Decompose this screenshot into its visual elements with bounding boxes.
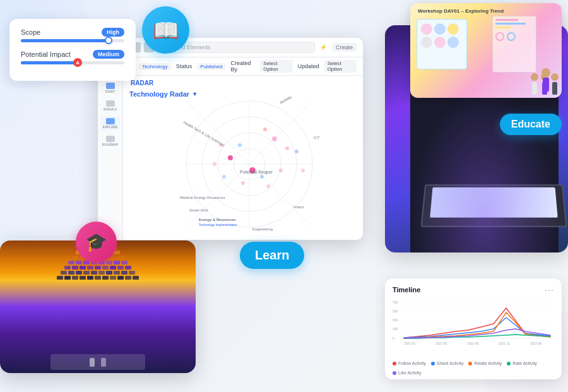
app-window: 🔍 Find Elements ⚡ Create Element Type Te… xyxy=(98,38,363,240)
seat-row-5 xyxy=(4,266,192,270)
grad-cap-bubble: 🎓 xyxy=(76,222,117,263)
seat-row-7 xyxy=(4,276,192,280)
scope-slider-row: Scope High xyxy=(21,28,124,42)
app-body: START SIGNALS EXPLORE ROADMAP RADAR xyxy=(98,76,363,240)
learn-badge: Learn xyxy=(240,242,304,269)
svg-text:100: 100 xyxy=(393,327,398,331)
app-toolbar: 🔍 Find Elements ⚡ Create xyxy=(98,38,363,57)
wb-circle-2 xyxy=(507,32,516,41)
book-icon: 📖 xyxy=(153,18,179,43)
create-button[interactable]: Create xyxy=(332,43,357,52)
svg-line-4 xyxy=(249,101,312,164)
educate-badge: Educate xyxy=(500,114,562,135)
timeline-chart: Timeline ··· 700 500 300 100 0 2021-01 2… xyxy=(385,278,562,379)
workshop-board xyxy=(417,19,467,69)
radar-svg: Mobility ICT Health Tech & Life Sciences… xyxy=(142,88,357,234)
board-circle-2 xyxy=(434,23,446,35)
person-body-main xyxy=(410,88,559,252)
chart-title: Timeline xyxy=(393,286,420,294)
svg-text:Technology Implementation: Technology Implementation xyxy=(199,223,237,227)
svg-text:2021-06: 2021-06 xyxy=(435,342,447,345)
scope-label: Scope xyxy=(21,28,40,36)
start-label: START xyxy=(105,90,115,93)
whiteboard xyxy=(492,16,536,73)
person-head-1 xyxy=(531,73,538,81)
svg-text:0: 0 xyxy=(393,336,394,340)
wb-circles-row xyxy=(495,32,533,41)
svg-point-16 xyxy=(228,155,233,160)
svg-text:Energy & Resources: Energy & Resources xyxy=(199,218,236,222)
workshop-person-3 xyxy=(551,73,559,95)
board-circles xyxy=(417,20,466,52)
legend-rate: Rate Activity xyxy=(507,361,537,365)
wb-line-2 xyxy=(495,23,526,25)
legend-label-relate: Relate Activity xyxy=(474,361,502,365)
created-by-label: Created By xyxy=(230,60,255,73)
wb-line-1 xyxy=(495,19,518,21)
educate-label: Educate xyxy=(511,119,550,129)
radar-chart-container: Mobility ICT Health Tech & Life Sciences… xyxy=(142,88,357,240)
impact-label: Potential Impact xyxy=(21,50,71,58)
select-option-1[interactable]: Select Option xyxy=(260,60,292,73)
svg-text:700: 700 xyxy=(393,300,398,304)
impact-thumb[interactable]: A xyxy=(73,58,82,67)
chart-header: Timeline ··· xyxy=(393,285,554,295)
legend-label-follow: Follow Activity xyxy=(398,361,426,365)
workshop-title: Workshop DAY01 – Exploring Trend xyxy=(418,8,504,14)
chart-area: 700 500 300 100 0 2021-01 2021-06 2021-0… xyxy=(393,299,554,359)
lecture-stage xyxy=(50,354,145,370)
element-type-value[interactable]: Technology xyxy=(139,63,170,70)
select-option-2[interactable]: Select Option xyxy=(324,60,357,73)
svg-point-19 xyxy=(260,175,264,179)
scope-fill xyxy=(21,39,109,42)
scope-track[interactable] xyxy=(21,39,124,42)
stage-presenter-1 xyxy=(90,358,95,367)
chart-svg: 700 500 300 100 0 2021-01 2021-06 2021-0… xyxy=(393,299,554,355)
presenter-head xyxy=(541,68,550,77)
svg-line-8 xyxy=(186,101,249,164)
svg-text:500: 500 xyxy=(393,309,398,313)
workshop-photo: Workshop DAY01 – Exploring Trend xyxy=(410,3,562,98)
explore-icon xyxy=(106,118,115,124)
legend-label-like: Like Activity xyxy=(398,371,422,375)
svg-text:2021-08: 2021-08 xyxy=(467,342,479,345)
svg-point-13 xyxy=(285,146,289,150)
sidebar-item-signals[interactable]: SIGNALS xyxy=(101,98,120,112)
svg-point-21 xyxy=(295,150,299,153)
start-icon xyxy=(106,83,115,89)
svg-text:ICT: ICT xyxy=(314,136,320,140)
scope-thumb[interactable] xyxy=(105,37,112,44)
board-circle-4 xyxy=(421,37,432,48)
learn-label: Learn xyxy=(255,248,289,262)
book-icon-bubble: 📖 xyxy=(142,6,189,54)
impact-badge: Medium xyxy=(93,50,124,59)
svg-point-22 xyxy=(301,169,305,172)
sidebar-item-explore[interactable]: EXPLORE xyxy=(101,116,120,130)
svg-text:Mobility: Mobility xyxy=(280,95,293,104)
impact-slider-row: Potential Impact Medium A xyxy=(21,50,124,64)
svg-text:300: 300 xyxy=(393,318,398,322)
legend-dot-follow xyxy=(393,362,396,365)
chart-more-icon[interactable]: ··· xyxy=(545,285,554,295)
chart-legend: Follow Activity Share Activity Relate Ac… xyxy=(393,361,554,375)
sidebar-item-roadmap[interactable]: ROADMAP xyxy=(101,134,120,148)
legend-dot-share xyxy=(431,362,435,365)
legend-label-share: Share Activity xyxy=(437,361,463,365)
svg-text:Fintech: Fintech xyxy=(293,205,304,209)
board-circle-3 xyxy=(447,23,459,35)
explore-label: EXPLORE xyxy=(103,125,118,129)
filter-button[interactable]: ⚡ xyxy=(320,44,327,50)
status-value[interactable]: Published xyxy=(197,63,225,70)
workshop-bg: Workshop DAY01 – Exploring Trend xyxy=(410,3,562,98)
legend-dot-relate xyxy=(468,362,472,365)
sliders-panel: Scope High Potential Impact Medium A xyxy=(9,19,136,81)
legend-dot-rate xyxy=(507,362,511,365)
legend-follow: Follow Activity xyxy=(393,361,426,365)
svg-point-25 xyxy=(213,162,216,166)
sidebar-item-start[interactable]: START xyxy=(101,81,120,95)
stage-presenter-2 xyxy=(101,358,106,367)
impact-track[interactable]: A xyxy=(21,61,124,64)
svg-point-20 xyxy=(279,169,283,172)
svg-point-14 xyxy=(263,128,267,131)
person-body-3 xyxy=(552,82,557,95)
